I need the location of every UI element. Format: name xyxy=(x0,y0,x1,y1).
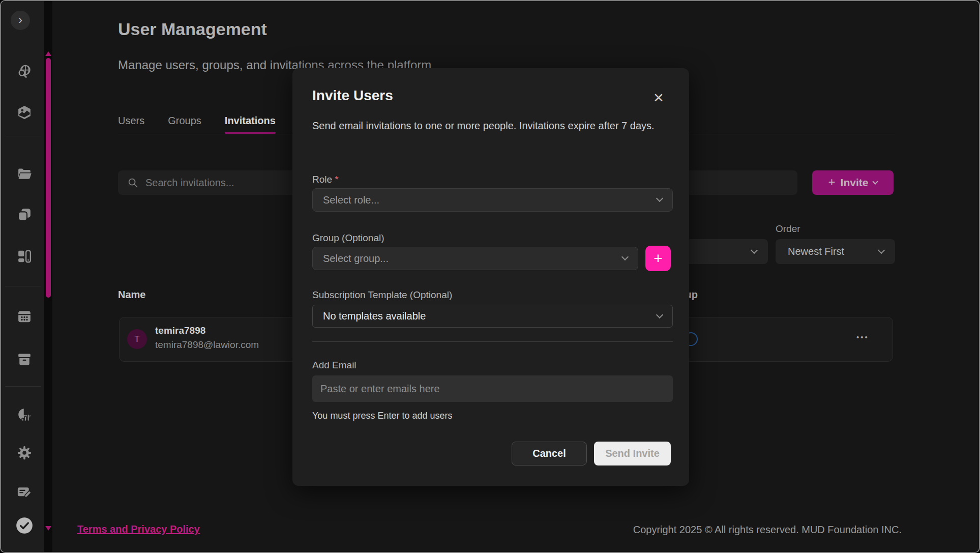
avatar-initial: T xyxy=(134,334,139,344)
group-label: Group (Optional) xyxy=(312,232,384,244)
group-select-placeholder: Select group... xyxy=(323,253,389,265)
order-label: Order xyxy=(776,223,800,235)
close-button[interactable]: × xyxy=(649,88,668,106)
subscription-template-select[interactable]: No templates available xyxy=(312,305,673,328)
chevron-down-icon xyxy=(878,246,885,253)
sidebar-divider xyxy=(5,286,41,286)
account-check-icon[interactable] xyxy=(15,516,34,535)
invite-button-label: Invite xyxy=(841,177,869,189)
modal-divider xyxy=(312,341,673,342)
add-group-button[interactable]: + xyxy=(645,246,671,271)
column-header-name: Name xyxy=(118,289,145,301)
scrollbar-thumb[interactable] xyxy=(46,58,51,298)
order-select-value: Newest First xyxy=(788,246,844,257)
avatar: T xyxy=(127,329,147,349)
chevron-down-icon xyxy=(873,179,878,184)
email-input[interactable] xyxy=(312,375,673,402)
app-window: › xyxy=(0,0,980,553)
page-title: User Management xyxy=(118,19,267,39)
role-select-placeholder: Select role... xyxy=(323,194,379,206)
subscription-template-label: Subscription Template (Optional) xyxy=(312,289,452,301)
add-email-label: Add Email xyxy=(312,360,357,371)
send-invite-button[interactable]: Send Invite xyxy=(594,442,671,465)
collections-icon[interactable] xyxy=(17,207,32,222)
explore-search-icon[interactable] xyxy=(17,64,32,79)
device-layout-icon[interactable] xyxy=(17,249,32,264)
cancel-button[interactable]: Cancel xyxy=(512,442,587,465)
email-helper-text: You must press Enter to add users xyxy=(312,411,452,421)
analytics-icon[interactable] xyxy=(17,407,32,422)
sidebar-divider xyxy=(5,136,41,136)
invite-users-modal: Invite Users × Send email invitations to… xyxy=(292,68,689,486)
role-label: Role * xyxy=(312,174,339,185)
sidebar: › xyxy=(1,1,44,553)
calendar-icon[interactable] xyxy=(17,309,32,324)
chevron-down-icon xyxy=(656,195,663,202)
chevron-down-icon xyxy=(751,246,758,253)
group-select[interactable]: Select group... xyxy=(312,247,638,270)
chevron-down-icon xyxy=(621,253,629,260)
required-marker: * xyxy=(335,174,338,185)
folder-icon[interactable] xyxy=(17,166,32,182)
tab-groups[interactable]: Groups xyxy=(168,115,201,134)
media-assets-icon[interactable] xyxy=(17,105,32,120)
order-select[interactable]: Newest First xyxy=(776,239,895,264)
chevron-right-icon: › xyxy=(18,13,22,27)
copyright-text: Copyright 2025 © All rights reserved. MU… xyxy=(633,524,902,536)
role-select[interactable]: Select role... xyxy=(312,188,673,212)
chevron-down-icon xyxy=(656,311,663,318)
modal-title: Invite Users xyxy=(312,88,393,104)
close-icon: × xyxy=(654,88,664,107)
settings-gear-icon[interactable] xyxy=(17,445,32,460)
sidebar-expand-button[interactable]: › xyxy=(11,11,30,30)
row-actions-button[interactable]: ••• xyxy=(856,333,869,341)
modal-description: Send email invitations to one or more pe… xyxy=(312,118,668,133)
notes-edit-icon[interactable] xyxy=(17,484,32,500)
row-username: temira7898 xyxy=(155,325,205,336)
tab-users[interactable]: Users xyxy=(118,115,144,134)
archive-icon[interactable] xyxy=(17,352,32,367)
scrollbar-up-arrow-icon[interactable] xyxy=(45,51,51,56)
sidebar-divider xyxy=(5,386,41,387)
row-email: temira7898@lawior.com xyxy=(155,339,259,351)
terms-privacy-link[interactable]: Terms and Privacy Policy xyxy=(77,523,200,535)
search-icon xyxy=(127,177,138,188)
invite-button[interactable]: + Invite xyxy=(812,170,894,195)
tab-bar: Users Groups Invitations xyxy=(118,115,276,134)
template-select-value: No templates available xyxy=(323,310,426,322)
plus-icon: + xyxy=(828,175,836,189)
tab-invitations[interactable]: Invitations xyxy=(225,115,276,134)
plus-icon: + xyxy=(654,250,663,267)
scrollbar-down-arrow-icon[interactable] xyxy=(45,526,51,531)
